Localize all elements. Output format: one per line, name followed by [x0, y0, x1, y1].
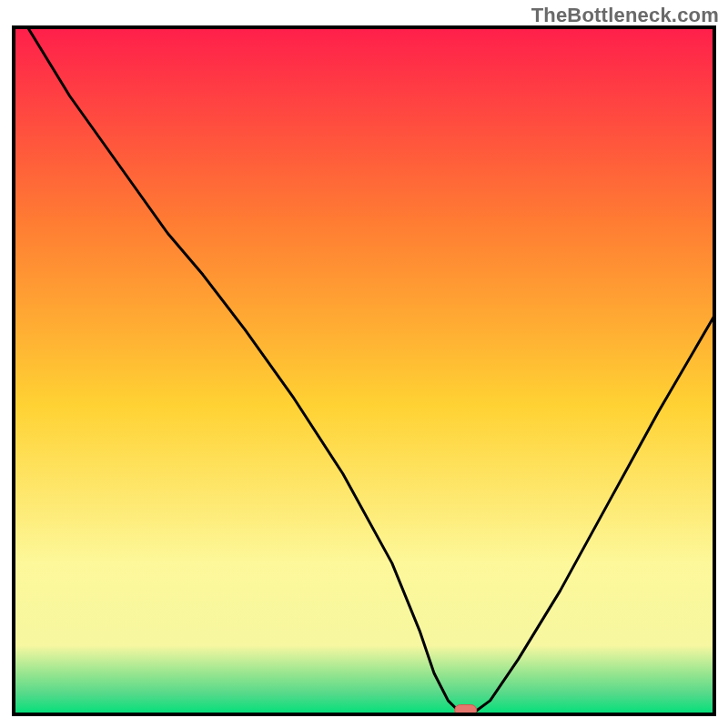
bottleneck-chart [0, 0, 728, 728]
watermark-label: TheBottleneck.com [531, 4, 719, 27]
chart-stage: TheBottleneck.com [0, 0, 728, 728]
gradient-background [14, 27, 714, 714]
plot-area [14, 27, 714, 716]
